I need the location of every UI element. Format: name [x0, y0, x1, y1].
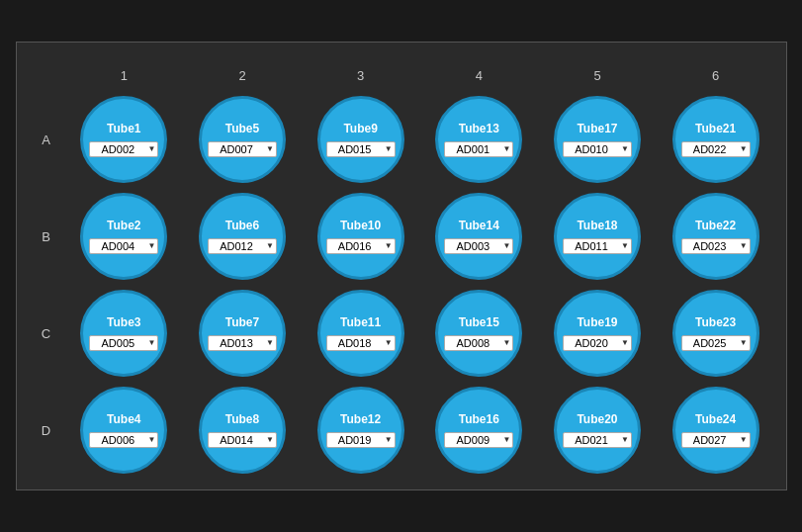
col-header-2: 2 [184, 60, 301, 90]
tube-name-Tube2: Tube2 [107, 219, 140, 232]
tube-circle-Tube22: Tube22AD001AD002AD003AD004AD005AD006AD00… [672, 193, 759, 280]
tube-name-Tube3: Tube3 [107, 315, 140, 329]
tube-circle-Tube5: Tube5AD001AD002AD003AD004AD005AD006AD007… [199, 96, 286, 183]
tube-circle-Tube8: Tube8AD001AD002AD003AD004AD005AD006AD007… [199, 387, 286, 474]
tube-name-Tube12: Tube12 [340, 412, 381, 426]
tube-select-Tube12[interactable]: AD001AD002AD003AD004AD005AD006AD007AD008… [326, 432, 396, 448]
tube-cell-Tube5: Tube5AD001AD002AD003AD004AD005AD006AD007… [184, 92, 301, 187]
tube-name-Tube4: Tube4 [107, 412, 140, 426]
tube-name-Tube13: Tube13 [459, 122, 499, 135]
tube-circle-Tube6: Tube6AD001AD002AD003AD004AD005AD006AD007… [199, 193, 286, 280]
tube-circle-Tube9: Tube9AD001AD002AD003AD004AD005AD006AD007… [317, 96, 404, 183]
tube-circle-Tube23: Tube23AD001AD002AD003AD004AD005AD006AD00… [672, 290, 759, 377]
tube-select-Tube23[interactable]: AD001AD002AD003AD004AD005AD006AD007AD008… [681, 335, 751, 351]
tube-select-Tube2[interactable]: AD001AD002AD003AD004AD005AD006AD007AD008… [89, 238, 158, 254]
tube-circle-Tube13: Tube13AD001AD002AD003AD004AD005AD006AD00… [435, 96, 522, 183]
tube-select-Tube6[interactable]: AD001AD002AD003AD004AD005AD006AD007AD008… [208, 238, 277, 254]
row-header-C: C [29, 286, 64, 381]
corner-cell [29, 60, 64, 90]
tube-cell-Tube6: Tube6AD001AD002AD003AD004AD005AD006AD007… [184, 189, 301, 284]
row-header-D: D [29, 383, 64, 478]
tube-name-Tube5: Tube5 [225, 122, 259, 135]
tube-select-Tube4[interactable]: AD001AD002AD003AD004AD005AD006AD007AD008… [89, 432, 158, 448]
tube-circle-Tube2: Tube2AD001AD002AD003AD004AD005AD006AD007… [80, 193, 167, 280]
tube-circle-Tube12: Tube12AD001AD002AD003AD004AD005AD006AD00… [317, 387, 404, 474]
tube-cell-Tube1: Tube1AD001AD002AD003AD004AD005AD006AD007… [66, 92, 183, 187]
tube-select-Tube10[interactable]: AD001AD002AD003AD004AD005AD006AD007AD008… [326, 238, 396, 254]
tube-cell-Tube15: Tube15AD001AD002AD003AD004AD005AD006AD00… [420, 286, 537, 381]
tube-name-Tube17: Tube17 [577, 122, 617, 135]
tube-circle-Tube10: Tube10AD001AD002AD003AD004AD005AD006AD00… [317, 193, 404, 280]
tube-name-Tube10: Tube10 [340, 219, 381, 232]
tube-select-Tube21[interactable]: AD001AD002AD003AD004AD005AD006AD007AD008… [681, 141, 751, 157]
tube-select-Tube24[interactable]: AD001AD002AD003AD004AD005AD006AD007AD008… [681, 432, 751, 448]
row-header-B: B [29, 189, 64, 284]
tube-select-Tube18[interactable]: AD001AD002AD003AD004AD005AD006AD007AD008… [563, 238, 632, 254]
tube-name-Tube24: Tube24 [695, 412, 736, 426]
col-header-6: 6 [658, 60, 774, 90]
tube-circle-Tube3: Tube3AD001AD002AD003AD004AD005AD006AD007… [80, 290, 167, 377]
tube-name-Tube18: Tube18 [577, 219, 617, 232]
tube-name-Tube11: Tube11 [340, 315, 381, 329]
tube-circle-Tube17: Tube17AD001AD002AD003AD004AD005AD006AD00… [554, 96, 641, 183]
tube-select-Tube3[interactable]: AD001AD002AD003AD004AD005AD006AD007AD008… [89, 335, 158, 351]
tube-circle-Tube24: Tube24AD001AD002AD003AD004AD005AD006AD00… [672, 387, 759, 474]
tube-select-Tube13[interactable]: AD001AD002AD003AD004AD005AD006AD007AD008… [444, 141, 513, 157]
tube-cell-Tube7: Tube7AD001AD002AD003AD004AD005AD006AD007… [184, 286, 301, 381]
tube-cell-Tube2: Tube2AD001AD002AD003AD004AD005AD006AD007… [66, 189, 183, 284]
tube-circle-Tube20: Tube20AD001AD002AD003AD004AD005AD006AD00… [554, 387, 641, 474]
tube-select-Tube9[interactable]: AD001AD002AD003AD004AD005AD006AD007AD008… [326, 141, 396, 157]
tube-name-Tube7: Tube7 [225, 315, 259, 329]
tube-cell-Tube18: Tube18AD001AD002AD003AD004AD005AD006AD00… [539, 189, 656, 284]
tube-cell-Tube20: Tube20AD001AD002AD003AD004AD005AD006AD00… [539, 383, 656, 478]
tube-select-Tube7[interactable]: AD001AD002AD003AD004AD005AD006AD007AD008… [208, 335, 277, 351]
tube-circle-Tube21: Tube21AD001AD002AD003AD004AD005AD006AD00… [672, 96, 759, 183]
row-header-A: A [29, 92, 64, 187]
tube-cell-Tube17: Tube17AD001AD002AD003AD004AD005AD006AD00… [539, 92, 656, 187]
tube-circle-Tube18: Tube18AD001AD002AD003AD004AD005AD006AD00… [554, 193, 641, 280]
tube-name-Tube16: Tube16 [459, 412, 499, 426]
tube-cell-Tube24: Tube24AD001AD002AD003AD004AD005AD006AD00… [658, 383, 774, 478]
tube-cell-Tube8: Tube8AD001AD002AD003AD004AD005AD006AD007… [184, 383, 301, 478]
tube-select-Tube14[interactable]: AD001AD002AD003AD004AD005AD006AD007AD008… [444, 238, 513, 254]
tube-cell-Tube14: Tube14AD001AD002AD003AD004AD005AD006AD00… [420, 189, 537, 284]
tube-name-Tube9: Tube9 [343, 122, 377, 135]
tube-cell-Tube19: Tube19AD001AD002AD003AD004AD005AD006AD00… [539, 286, 656, 381]
tube-select-Tube19[interactable]: AD001AD002AD003AD004AD005AD006AD007AD008… [563, 335, 632, 351]
tube-name-Tube21: Tube21 [695, 122, 736, 135]
tube-cell-Tube3: Tube3AD001AD002AD003AD004AD005AD006AD007… [66, 286, 183, 381]
tube-name-Tube15: Tube15 [459, 315, 499, 329]
tube-circle-Tube7: Tube7AD001AD002AD003AD004AD005AD006AD007… [199, 290, 286, 377]
tube-name-Tube8: Tube8 [225, 412, 259, 426]
tube-select-Tube16[interactable]: AD001AD002AD003AD004AD005AD006AD007AD008… [444, 432, 513, 448]
tube-name-Tube19: Tube19 [577, 315, 617, 329]
tube-name-Tube1: Tube1 [107, 122, 140, 135]
col-header-4: 4 [420, 60, 537, 90]
tube-select-Tube15[interactable]: AD001AD002AD003AD004AD005AD006AD007AD008… [444, 335, 513, 351]
tube-circle-Tube11: Tube11AD001AD002AD003AD004AD005AD006AD00… [317, 290, 404, 377]
tube-cell-Tube16: Tube16AD001AD002AD003AD004AD005AD006AD00… [420, 383, 537, 478]
tube-cell-Tube4: Tube4AD001AD002AD003AD004AD005AD006AD007… [66, 383, 183, 478]
tube-circle-Tube16: Tube16AD001AD002AD003AD004AD005AD006AD00… [435, 387, 522, 474]
tube-select-Tube22[interactable]: AD001AD002AD003AD004AD005AD006AD007AD008… [681, 238, 751, 254]
tube-cell-Tube21: Tube21AD001AD002AD003AD004AD005AD006AD00… [658, 92, 774, 187]
tube-name-Tube22: Tube22 [695, 219, 736, 232]
col-header-5: 5 [539, 60, 656, 90]
tube-cell-Tube13: Tube13AD001AD002AD003AD004AD005AD006AD00… [420, 92, 537, 187]
tube-cell-Tube22: Tube22AD001AD002AD003AD004AD005AD006AD00… [658, 189, 774, 284]
tube-select-Tube11[interactable]: AD001AD002AD003AD004AD005AD006AD007AD008… [326, 335, 396, 351]
tube-select-Tube8[interactable]: AD001AD002AD003AD004AD005AD006AD007AD008… [208, 432, 277, 448]
col-header-3: 3 [303, 60, 419, 90]
tube-circle-Tube4: Tube4AD001AD002AD003AD004AD005AD006AD007… [80, 387, 167, 474]
tube-circle-Tube14: Tube14AD001AD002AD003AD004AD005AD006AD00… [435, 193, 522, 280]
tube-select-Tube1[interactable]: AD001AD002AD003AD004AD005AD006AD007AD008… [89, 141, 158, 157]
tube-select-Tube20[interactable]: AD001AD002AD003AD004AD005AD006AD007AD008… [563, 432, 632, 448]
tube-select-Tube17[interactable]: AD001AD002AD003AD004AD005AD006AD007AD008… [563, 141, 632, 157]
tube-circle-Tube1: Tube1AD001AD002AD003AD004AD005AD006AD007… [80, 96, 167, 183]
tube-grid: 123456ATube1AD001AD002AD003AD004AD005AD0… [29, 60, 774, 478]
tube-cell-Tube23: Tube23AD001AD002AD003AD004AD005AD006AD00… [658, 286, 774, 381]
tube-select-Tube5[interactable]: AD001AD002AD003AD004AD005AD006AD007AD008… [208, 141, 277, 157]
tube-layout-panel: 123456ATube1AD001AD002AD003AD004AD005AD0… [16, 42, 787, 490]
tube-name-Tube20: Tube20 [577, 412, 617, 426]
tube-cell-Tube11: Tube11AD001AD002AD003AD004AD005AD006AD00… [303, 286, 419, 381]
